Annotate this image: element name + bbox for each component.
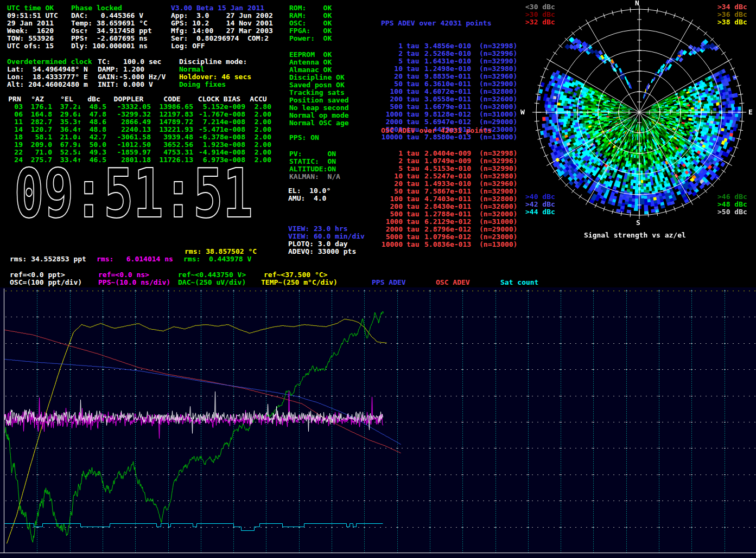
text-line: Ser: 0.80296974 COM:2	[171, 35, 273, 42]
scale-osc: OSC=(100 ppt/div)	[10, 279, 82, 286]
polar-legend-left-bottom: >40 dBc>42 dBc>44 dBc	[525, 193, 555, 216]
prn-cell: 4753.31	[151, 149, 193, 156]
prn-cell: 50.0	[81, 141, 106, 149]
text-line: Saved posn OK	[289, 81, 349, 89]
prn-cell: 37.2↓	[52, 103, 81, 111]
text-line: V3.00 Beta 15 Jan 2011	[171, 4, 273, 12]
prn-sat-row: 19209.067.9↓50.0-1012.503652.561.923e-00…	[7, 141, 271, 149]
prn-cell: 176.1	[23, 103, 52, 111]
compass-east: E	[748, 108, 753, 116]
view-settings-block: VIEW: 23.0 hrsVIEW: 60.0 min/divPLOTQ: 3…	[288, 225, 365, 255]
adev-row: 5tau4.5153e-010(n=32990)	[381, 165, 525, 172]
adev-cell: 4.5153e-010	[424, 165, 475, 172]
prn-cell: 2801.18	[106, 156, 151, 164]
health-block: EEPROM OKAntenna OKAlmanac OKDiscipline …	[289, 51, 349, 127]
adev-cell: 20	[381, 73, 403, 80]
prn-cell: 49.3	[81, 149, 106, 156]
adev-cell: 7.5867e-011	[424, 188, 475, 195]
pps-adev-header: PPS ADEV over 42031 points	[381, 20, 525, 27]
adev-row: 2000tau2.8796e-012(n=29000)	[381, 226, 525, 233]
adev-cell: 1.6679e-011	[424, 103, 475, 111]
text-line: Mfg: 14:00 27 Mar 2003	[171, 27, 273, 35]
text-line: EL: 10.0°	[288, 187, 331, 195]
text-line: AMU: 4.0	[288, 195, 331, 202]
rms-osc: rms: 34.552853 ppt	[10, 255, 86, 263]
prn-cell: 14	[7, 126, 23, 133]
adev-cell: tau	[406, 233, 421, 241]
adev-cell: tau	[406, 65, 421, 73]
prn-sat-row: 14120.736.4↑48.82240.1313221.93-5.471e-0…	[7, 126, 271, 133]
text-line: PPS↑ -2.607695 ns	[71, 35, 152, 42]
text-line: Discipline mode:	[179, 58, 251, 66]
text-line: PLOTQ: 3.0 day	[288, 240, 365, 248]
prn-cell: 2.00	[245, 133, 271, 141]
loop-params-column: TC: 100.0 secDAMP: 1.200GAIN:-5.000 Hz/V…	[98, 58, 166, 88]
text-line: UTC time OK	[7, 4, 58, 12]
rms-dac: rms: 0.443978 V	[183, 255, 251, 263]
text-line: Almanac OK	[289, 66, 349, 74]
adev-cell: tau	[406, 88, 421, 95]
adev-row: 10000tau5.0836e-013(n=13000)	[381, 241, 525, 248]
text-line: >44 dBc	[525, 208, 555, 216]
adev-cell: 3.0558e-011	[424, 95, 475, 103]
prn-cell: 2.80	[245, 103, 271, 111]
text-line: >34 dBc	[717, 3, 747, 11]
utc-time-block: UTC time OK09:51:51 UTC29 Jan 2011Week: …	[7, 4, 58, 50]
prn-sat-row: 24275.733.4↑46.52801.1811726.136.973e-00…	[7, 156, 271, 164]
text-line: INIT: 0.000 V	[98, 81, 166, 88]
text-line: OSC: OK	[289, 20, 332, 27]
adev-cell: 50	[381, 188, 403, 195]
text-line: Lat: 54.4964948° N	[7, 66, 92, 73]
phase-lock-block: Phase lockedDAC: 0.445366 VTemp: 38.6596…	[71, 4, 152, 50]
adev-cell: tau	[406, 42, 421, 50]
text-line: Phase locked	[71, 4, 152, 12]
adev-cell: 4.7403e-011	[424, 195, 475, 203]
adev-cell: tau	[406, 57, 421, 65]
position-column: Overdetermined clockLat: 54.4964948° NLo…	[7, 58, 92, 88]
prn-cell: CLOCK BIAS	[193, 95, 245, 103]
text-line: Overdetermined clock	[7, 58, 92, 66]
adev-cell: tau	[406, 157, 421, 165]
scale-pps: PPS~(10.0 ns/div)	[98, 279, 170, 286]
adev-row: 2tau1.0749e-009(n=32996)	[381, 157, 525, 165]
ref-dac: ref~<0.443750 V>	[178, 271, 246, 279]
text-line: GAIN:-5.000 Hz/V	[98, 73, 166, 81]
text-line: <30 dBc	[525, 3, 555, 11]
prn-cell: -1859.97	[106, 149, 151, 156]
text-line: >40 dBc	[525, 193, 555, 201]
adev-cell: 6.3610e-011	[424, 80, 475, 88]
adev-cell: 1.2498e-010	[424, 65, 475, 73]
compass-south: S	[636, 219, 640, 227]
el-amu-block: EL: 10.0°AMU: 4.0	[288, 187, 331, 202]
adev-row: 2tau2.5268e-010(n=32996)	[381, 50, 525, 57]
text-line: Normal	[179, 66, 251, 73]
adev-cell: tau	[406, 103, 421, 111]
prn-cell: 13221.93	[151, 126, 193, 133]
adev-cell: 10	[381, 65, 403, 73]
prn-cell: 164.8	[23, 111, 52, 118]
prn-cell: 11726.13	[151, 156, 193, 164]
adev-cell: 200	[381, 95, 403, 103]
text-line: STATIC: ON	[289, 158, 340, 165]
prn-cell: dBc	[81, 95, 106, 103]
version-block: V3.00 Beta 15 Jan 2011App: 3.0 27 Jun 20…	[171, 4, 273, 50]
adev-cell: 2.0404e-009	[424, 150, 475, 157]
prn-sat-row: 2271.052.5↓49.3-1859.974753.31-4.914e-00…	[7, 149, 271, 156]
adev-row: 10tau2.5247e-010(n=32980)	[381, 172, 525, 180]
prn-cell: 36.4↑	[52, 126, 81, 133]
text-line: PV: ON	[289, 150, 340, 158]
adev-cell: tau	[406, 95, 421, 103]
adev-cell: 500	[381, 103, 403, 111]
polar-legend-right-bottom: >46 dBc>48 dBc>50 dBc	[717, 193, 747, 216]
prn-cell: 48.6	[81, 118, 106, 126]
adev-row: 20tau9.8835e-011(n=32960)	[381, 73, 525, 80]
text-line: TC: 100.0 sec	[98, 58, 166, 66]
text-line: Holdover: 46 secs	[179, 73, 251, 81]
adev-cell: 1000	[381, 218, 403, 226]
scale-temp: TEMP~(250 m°C/div)	[261, 279, 338, 286]
text-line: Temp: 38.659691 °C	[71, 20, 152, 27]
rms-pps: rms: 6.014014 ns	[97, 255, 173, 263]
prn-cell: 2.00	[245, 156, 271, 164]
adev-row: 5tau1.6431e-010(n=32990)	[381, 57, 525, 65]
strip-chart-canvas	[0, 287, 756, 558]
